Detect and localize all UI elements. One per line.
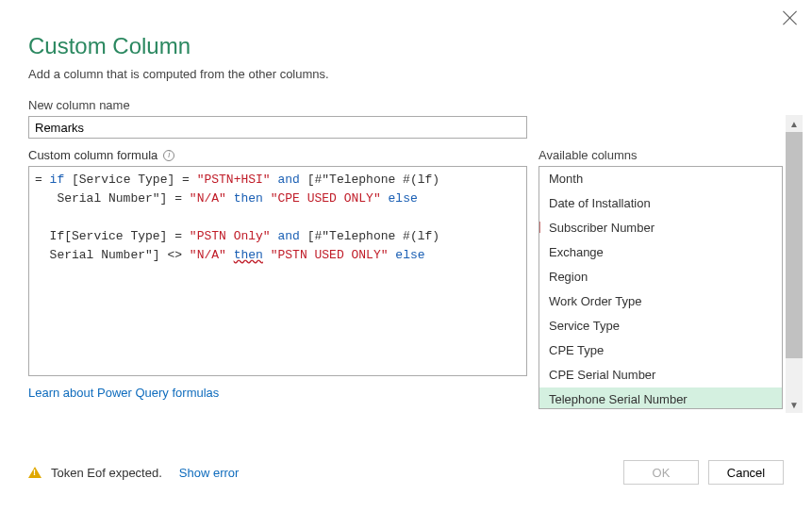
scroll-thumb[interactable] [786, 132, 803, 358]
cancel-button[interactable]: Cancel [708, 460, 784, 485]
dialog-title: Custom Column [28, 33, 784, 59]
column-item[interactable]: Month [539, 167, 782, 191]
scroll-down-icon[interactable]: ▼ [786, 396, 803, 413]
scroll-up-icon[interactable]: ▲ [786, 115, 803, 132]
error-text: Token Eof expected. [51, 466, 162, 480]
column-item[interactable]: Date of Installation [539, 191, 782, 216]
custom-column-dialog: Custom Column Add a column that is compu… [0, 0, 812, 428]
new-column-name-input[interactable] [28, 116, 527, 139]
column-item[interactable]: Work Order Type [539, 289, 782, 314]
dialog-footer: Token Eof expected. Show error OK Cancel [28, 460, 784, 485]
ok-button[interactable]: OK [623, 460, 699, 485]
close-icon[interactable] [782, 9, 799, 26]
available-columns-list[interactable]: MonthDate of InstallationSubscriber Numb… [539, 166, 783, 409]
column-item[interactable]: Region [539, 265, 782, 289]
formula-editor[interactable]: = if [Service Type] = "PSTN+HSI" and [#"… [28, 166, 527, 376]
dialog-subtitle: Add a column that is computed from the o… [28, 67, 784, 81]
info-icon[interactable]: i [163, 150, 174, 161]
available-columns-label: Available columns [539, 148, 783, 162]
column-item[interactable]: CPE Serial Number [539, 363, 782, 387]
new-column-name-label: New column name [28, 98, 784, 112]
learn-formulas-link[interactable]: Learn about Power Query formulas [28, 386, 527, 400]
dialog-scrollbar[interactable]: ▲ ▼ [786, 115, 803, 413]
column-item[interactable]: Subscriber Number [539, 216, 782, 240]
warning-icon [28, 467, 41, 478]
formula-label: Custom column formula [28, 148, 157, 162]
column-item[interactable]: Service Type [539, 314, 782, 338]
column-item[interactable]: Exchange [539, 240, 782, 265]
column-item[interactable]: Telephone Serial Number [539, 387, 782, 409]
show-error-link[interactable]: Show error [179, 466, 240, 480]
column-item[interactable]: CPE Type [539, 338, 782, 363]
